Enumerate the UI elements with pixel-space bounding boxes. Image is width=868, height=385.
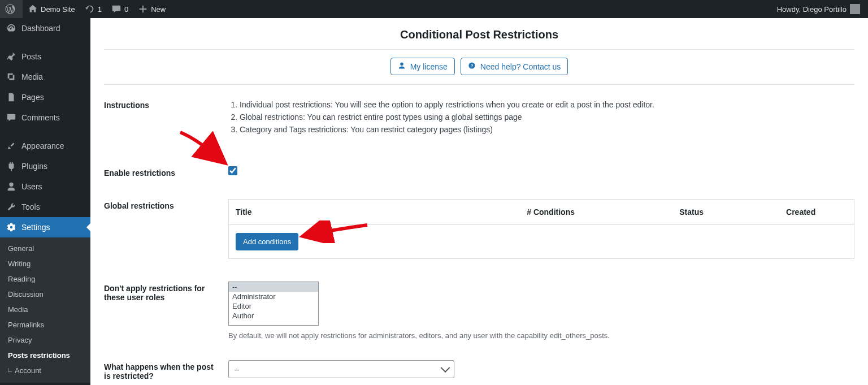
settings-icon bbox=[6, 222, 17, 233]
plus-icon bbox=[137, 3, 149, 15]
submenu-privacy[interactable]: Privacy bbox=[0, 332, 90, 348]
menu-users-label: Users bbox=[21, 182, 42, 191]
menu-plugins[interactable]: Plugins bbox=[0, 156, 90, 176]
table-row: Add conditions bbox=[229, 225, 854, 259]
admin-sidebar: Dashboard Posts Media Pages Comments App… bbox=[0, 18, 90, 385]
menu-pages[interactable]: Pages bbox=[0, 87, 90, 107]
updates-icon bbox=[84, 3, 96, 15]
row-global-restrictions: Global restrictions Title # Conditions S… bbox=[104, 185, 854, 267]
plugins-icon bbox=[6, 161, 17, 172]
adminbar-comments[interactable]: 0 bbox=[106, 0, 133, 18]
row-user-roles: Don't apply restrictions for these user … bbox=[104, 267, 854, 348]
menu-comments[interactable]: Comments bbox=[0, 107, 90, 128]
my-license-button[interactable]: My license bbox=[390, 58, 455, 75]
col-title: Title bbox=[229, 200, 467, 225]
media-icon bbox=[6, 71, 17, 83]
submenu-settings: General Writing Reading Discussion Media… bbox=[0, 237, 90, 383]
adminbar-logo[interactable] bbox=[0, 0, 23, 18]
home-icon bbox=[27, 3, 38, 15]
menu-media-label: Media bbox=[21, 72, 43, 81]
menu-settings-label: Settings bbox=[21, 223, 50, 232]
comment-icon bbox=[6, 112, 17, 123]
instructions-list: Individual post restrictions: You will s… bbox=[228, 98, 854, 136]
enable-restrictions-checkbox[interactable] bbox=[228, 166, 237, 175]
instruction-item: Global restrictions: You can restrict en… bbox=[240, 111, 854, 123]
what-happens-heading: What happens when the post is restricted… bbox=[104, 360, 228, 380]
my-license-label: My license bbox=[410, 62, 448, 71]
adminbar-site-link[interactable]: Demo Site bbox=[23, 0, 80, 18]
row-enable-restrictions: Enable restrictions bbox=[104, 144, 854, 185]
adminbar-user-menu[interactable]: Howdy, Diego Portillo bbox=[774, 0, 863, 18]
menu-tools-label: Tools bbox=[21, 202, 40, 211]
menu-plugins-label: Plugins bbox=[21, 162, 47, 171]
submenu-writing[interactable]: Writing bbox=[0, 256, 90, 271]
need-help-button[interactable]: ? Need help? Contact us bbox=[461, 58, 568, 75]
submenu-media[interactable]: Media bbox=[0, 302, 90, 317]
submenu-account[interactable]: Account bbox=[0, 363, 90, 378]
menu-settings[interactable]: Settings bbox=[0, 217, 90, 237]
user-roles-multiselect[interactable]: -- Administrator Editor Author bbox=[228, 282, 319, 326]
menu-dashboard[interactable]: Dashboard bbox=[0, 18, 90, 38]
role-option[interactable]: Editor bbox=[229, 301, 318, 311]
pin-icon bbox=[6, 51, 17, 62]
col-conditions: # Conditions bbox=[466, 200, 635, 225]
menu-appearance[interactable]: Appearance bbox=[0, 136, 90, 156]
instruction-item: Individual post restrictions: You will s… bbox=[240, 98, 854, 111]
page-toolbar: My license ? Need help? Contact us bbox=[104, 50, 854, 85]
add-conditions-button[interactable]: Add conditions bbox=[236, 233, 298, 250]
instruction-item: Category and Tags restrictions: You can … bbox=[240, 123, 854, 136]
user-icon bbox=[398, 62, 406, 71]
submenu-posts-restrictions[interactable]: Posts restrictions bbox=[0, 348, 90, 363]
what-happens-select[interactable]: -- bbox=[228, 360, 454, 378]
menu-media[interactable]: Media bbox=[0, 67, 90, 87]
adminbar-site-name: Demo Site bbox=[41, 5, 75, 14]
adminbar-howdy-text: Howdy, Diego Portillo bbox=[777, 5, 847, 14]
instructions-heading: Instructions bbox=[104, 98, 228, 110]
menu-tools[interactable]: Tools bbox=[0, 197, 90, 217]
menu-users[interactable]: Users bbox=[0, 176, 90, 197]
table-header-row: Title # Conditions Status Created bbox=[229, 200, 854, 225]
enable-restrictions-heading: Enable restrictions bbox=[104, 166, 228, 178]
dashboard-icon bbox=[6, 23, 17, 34]
submenu-reading[interactable]: Reading bbox=[0, 271, 90, 287]
menu-dashboard-label: Dashboard bbox=[21, 24, 60, 33]
global-restrictions-table: Title # Conditions Status Created Add co bbox=[228, 199, 854, 259]
menu-comments-label: Comments bbox=[21, 113, 60, 122]
appearance-icon bbox=[6, 140, 17, 152]
role-option[interactable]: Administrator bbox=[229, 292, 318, 301]
page-title: Conditional Post Restrictions bbox=[104, 25, 854, 49]
comments-icon bbox=[111, 3, 122, 15]
user-roles-heading: Don't apply restrictions for these user … bbox=[104, 282, 228, 302]
adminbar-comments-count: 0 bbox=[124, 5, 128, 14]
user-avatar-icon bbox=[850, 4, 860, 14]
menu-posts[interactable]: Posts bbox=[0, 46, 90, 67]
main-content: Conditional Post Restrictions My license… bbox=[90, 18, 868, 385]
adminbar-new-label: New bbox=[151, 5, 166, 14]
global-restrictions-heading: Global restrictions bbox=[104, 199, 228, 210]
row-what-happens: What happens when the post is restricted… bbox=[104, 348, 854, 385]
col-status: Status bbox=[635, 200, 748, 225]
submenu-permalinks[interactable]: Permalinks bbox=[0, 317, 90, 332]
menu-pages-label: Pages bbox=[21, 93, 44, 102]
submenu-discussion[interactable]: Discussion bbox=[0, 287, 90, 302]
row-instructions: Instructions Individual post restriction… bbox=[104, 90, 854, 144]
role-option[interactable]: -- bbox=[229, 282, 318, 292]
menu-appearance-label: Appearance bbox=[21, 141, 64, 150]
adminbar-updates-count: 1 bbox=[98, 5, 102, 14]
adminbar-updates[interactable]: 1 bbox=[80, 0, 106, 18]
svg-text:?: ? bbox=[470, 63, 473, 68]
need-help-label: Need help? Contact us bbox=[480, 62, 561, 71]
tools-icon bbox=[6, 201, 17, 213]
help-icon: ? bbox=[468, 62, 476, 71]
user-roles-helptext: By default, we will not apply restrictio… bbox=[228, 331, 854, 340]
wordpress-logo-icon bbox=[5, 3, 16, 15]
col-created: Created bbox=[748, 200, 854, 225]
role-option[interactable]: Author bbox=[229, 311, 318, 321]
page-icon bbox=[6, 92, 17, 103]
adminbar-new[interactable]: New bbox=[133, 0, 170, 18]
submenu-general[interactable]: General bbox=[0, 241, 90, 256]
add-conditions-label: Add conditions bbox=[243, 237, 291, 246]
wp-admin-bar: Demo Site 1 0 New Howdy, Diego Portillo bbox=[0, 0, 868, 18]
menu-posts-label: Posts bbox=[21, 52, 41, 61]
users-icon bbox=[6, 181, 17, 192]
